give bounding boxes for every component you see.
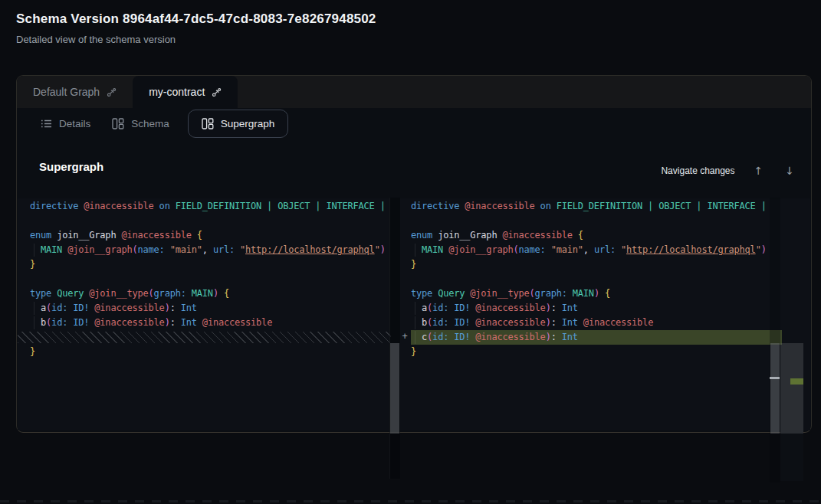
left-scrollbar-track[interactable] — [389, 198, 400, 479]
code-token: ) — [213, 288, 218, 299]
code-line — [411, 272, 782, 286]
variant-fork-icon — [107, 87, 117, 97]
code-token: Query — [51, 288, 84, 299]
code-token: ) — [546, 332, 551, 342]
code-token: name: — [138, 244, 165, 255]
code-line — [411, 214, 782, 228]
tab-supergraph[interactable]: Supergraph — [188, 110, 289, 138]
code-token: ( — [530, 288, 535, 299]
code-token: MAIN — [30, 244, 62, 255]
variant-fork-icon — [212, 87, 222, 97]
tab-schema[interactable]: Schema — [101, 109, 180, 138]
code-token: " — [375, 244, 380, 255]
code-token: MAIN — [567, 288, 594, 299]
code-token: c — [411, 332, 427, 342]
code-token: ( — [149, 288, 154, 299]
code-token: : — [170, 303, 176, 313]
minimap-column — [780, 431, 803, 481]
code-line: directive @inaccessible on FIELD_DEFINIT… — [411, 199, 782, 214]
code-line — [30, 272, 391, 286]
minimap-slider[interactable] — [780, 343, 803, 434]
code-line: } — [30, 257, 391, 272]
code-token: " — [756, 244, 761, 255]
code-token: ) — [761, 244, 767, 255]
code-token: join__Graph — [51, 230, 116, 241]
code-token: ID! — [448, 317, 470, 328]
code-token: name: — [519, 244, 546, 255]
code-token: Int — [176, 303, 197, 313]
diff-modified-pane[interactable]: directive @inaccessible on FIELD_DEFINIT… — [402, 198, 782, 430]
code-line-inserted: c(id: ID! @inaccessible): Int — [411, 330, 782, 345]
code-token: @inaccessible — [470, 332, 545, 342]
code-token: } — [30, 346, 35, 357]
graph-tab-strip: Default Graph my-contract — [17, 76, 811, 108]
diff-insert-sign: + — [399, 329, 411, 344]
code-link[interactable]: http://localhost/graphql — [626, 244, 756, 255]
code-token: @inaccessible — [89, 317, 164, 328]
code-token: Int — [557, 317, 578, 328]
tab-my-contract-label: my-contract — [149, 86, 205, 98]
code-token: @inaccessible — [78, 201, 153, 211]
code-token: id: — [51, 303, 67, 313]
minimap-insert-marker — [790, 378, 803, 385]
diff-editor: directive @inaccessible on FIELD_DEFINIT… — [18, 198, 810, 430]
tab-details[interactable]: Details — [30, 109, 101, 138]
code-token: ID! — [67, 303, 89, 313]
arrow-down-icon: ↓ — [785, 165, 794, 177]
code-token: MAIN — [411, 244, 443, 255]
code-token: url: — [589, 244, 616, 255]
left-scrollbar-slider[interactable] — [390, 343, 399, 434]
right-scrollbar-slider[interactable] — [770, 343, 780, 434]
tab-default-graph[interactable]: Default Graph — [17, 76, 133, 108]
code-token: @inaccessible — [497, 230, 572, 241]
code-token: { — [192, 230, 202, 241]
right-scrollbar-track[interactable] — [770, 198, 780, 483]
code-token: type — [411, 288, 432, 299]
code-token: ( — [513, 244, 518, 255]
code-token: ) — [594, 288, 599, 299]
diff-original-pane[interactable]: directive @inaccessible on FIELD_DEFINIT… — [18, 198, 391, 430]
code-token: a — [411, 303, 427, 313]
navigate-down-button[interactable]: ↓ — [782, 164, 797, 178]
tab-my-contract[interactable]: my-contract — [133, 76, 238, 108]
code-token: id: — [51, 317, 67, 328]
code-line: MAIN @join__graph(name: "main", url: "ht… — [411, 243, 782, 257]
code-line: MAIN @join__graph(name: "main", url: "ht… — [30, 243, 391, 257]
code-token: ID! — [448, 303, 470, 313]
code-token: a — [30, 303, 46, 313]
code-line: a(id: ID! @inaccessible): Int — [411, 301, 782, 316]
code-link[interactable]: http://localhost/graphql — [245, 244, 375, 255]
view-sub-tabs: Details Schema Supergraph — [17, 108, 821, 139]
code-token: @join__type — [465, 288, 529, 299]
schema-card: Default Graph my-contract Details — [16, 75, 812, 433]
code-token: ) — [546, 303, 551, 313]
code-token: } — [411, 259, 416, 270]
navigate-up-button[interactable]: ↑ — [751, 164, 767, 178]
list-icon — [41, 119, 52, 129]
code-line: } — [30, 345, 391, 359]
code-token: enum — [30, 230, 51, 241]
diff-placeholder-line — [18, 332, 391, 343]
code-token: ( — [132, 244, 137, 255]
code-token: @inaccessible — [578, 317, 653, 328]
overview-ruler-marker — [770, 377, 780, 379]
code-token: type — [30, 288, 51, 299]
code-token: FIELD_DEFINITION | OBJECT | INTERFACE | — [170, 201, 386, 211]
code-token: , — [202, 244, 208, 255]
code-token: { — [599, 288, 610, 299]
code-token: ) — [546, 317, 551, 328]
code-line: a(id: ID! @inaccessible): Int — [30, 301, 391, 316]
split-panels-icon — [112, 118, 124, 129]
code-token: : — [551, 317, 557, 328]
code-token: @join__graph — [443, 244, 513, 255]
code-token: @inaccessible — [116, 230, 191, 241]
panel-title: Supergraph — [39, 160, 103, 173]
code-token: on — [154, 201, 170, 211]
code-token: directive — [411, 201, 459, 211]
page-title: Schema Version 8964af44-7dc5-47cd-8083-7… — [16, 11, 376, 27]
tab-supergraph-label: Supergraph — [221, 118, 275, 129]
code-line: enum join__Graph @inaccessible { — [411, 228, 782, 243]
code-line: type Query @join__type(graph: MAIN) { — [411, 286, 782, 301]
code-token: @inaccessible — [470, 303, 545, 313]
code-token: @inaccessible — [89, 303, 164, 313]
